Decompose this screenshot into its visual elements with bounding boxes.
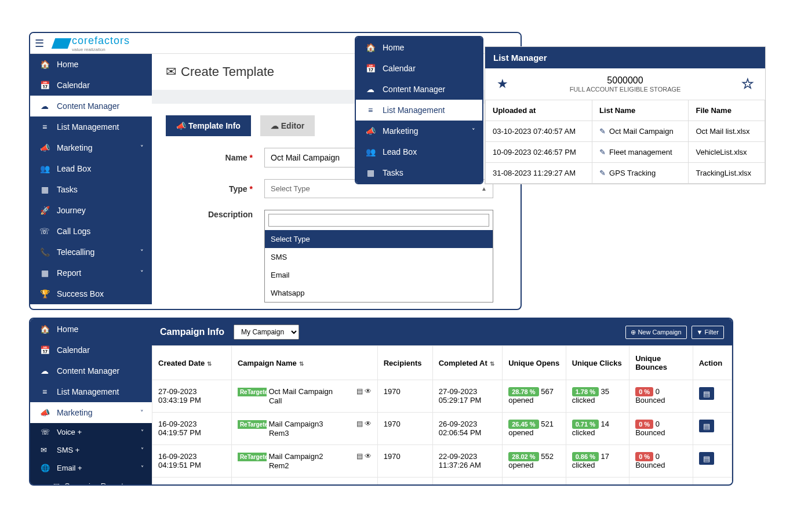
- sort-icon[interactable]: ⇅: [490, 360, 494, 367]
- mini-sidebar: 🏠Home📅Calendar☁Content Manager≡List Mana…: [356, 37, 483, 183]
- grid-icon: ▦: [364, 168, 377, 177]
- bullhorn-icon: 📣: [38, 408, 51, 417]
- menu-icon[interactable]: ☰: [35, 37, 49, 50]
- sidebar-sub-sms--[interactable]: ✉SMS +˅: [30, 441, 152, 459]
- col-listname: List Name: [592, 100, 689, 121]
- list-icon[interactable]: ▤: [356, 452, 363, 460]
- cloud-icon: ☁: [364, 85, 377, 94]
- list-icon[interactable]: ▤: [356, 387, 363, 395]
- sidebar-item-calendar[interactable]: 📅Calendar: [30, 75, 152, 96]
- campaign-table: Created Date⇅ Campaign Name⇅ Recipients …: [152, 345, 732, 486]
- bounce-badge: 0 %: [635, 387, 653, 396]
- globe-icon: 🌐: [41, 464, 52, 472]
- opens-badge: 26.45 %: [508, 420, 538, 429]
- sidebar-item-lead-box[interactable]: 👥Lead Box: [356, 141, 483, 162]
- clicks-badge: 0.86 %: [572, 452, 599, 461]
- sidebar-item-tasks[interactable]: ▦Tasks: [356, 162, 483, 183]
- table-row: 03-10-2023 07:40:57 AM✎Oct Mail Campaign…: [486, 121, 765, 142]
- edit-icon[interactable]: ✎: [599, 169, 606, 177]
- sidebar-item-telecalling[interactable]: 📞Telecalling˅: [30, 242, 152, 263]
- eye-icon[interactable]: 👁: [365, 484, 372, 486]
- caret-icon: ▲: [481, 185, 487, 192]
- sidebar-item-call-logs[interactable]: ☏Call Logs: [30, 221, 152, 242]
- table-row: 16-09-2023 04:19:57 PMReTargete Mail Cam…: [152, 413, 732, 445]
- grid-icon: ▦: [38, 185, 51, 194]
- sidebar-item-list-management[interactable]: ≡List Management: [30, 116, 152, 137]
- table-row: 10-09-2023 02:46:57 PM✎Fleet managementV…: [486, 142, 765, 163]
- type-option-sms[interactable]: SMS: [265, 248, 493, 266]
- home-icon: 🏠: [38, 60, 51, 69]
- action-button[interactable]: ▤: [699, 452, 714, 465]
- edit-icon[interactable]: ✎: [599, 148, 606, 156]
- type-dropdown: Select TypeSMSEmailWhatsapp: [264, 210, 493, 303]
- cloud-icon: ☁: [38, 101, 51, 111]
- table-row: 31-08-2023 11:29:27 AM✎GPS TrackingTrack…: [486, 163, 765, 184]
- col-created[interactable]: Created Date: [158, 359, 205, 367]
- type-option-email[interactable]: Email: [265, 266, 493, 284]
- new-campaign-button[interactable]: ⊕ New Campaign: [625, 326, 686, 339]
- campaign-selector[interactable]: My Campaign: [234, 325, 299, 340]
- col-campaign-name[interactable]: Campaign Name: [238, 359, 297, 367]
- list-icon[interactable]: ▤: [356, 420, 363, 428]
- list-icon[interactable]: ▤: [356, 484, 363, 486]
- users-icon: 👥: [364, 147, 377, 156]
- chevron-down-icon: ˅: [141, 429, 144, 435]
- action-button[interactable]: ▤: [699, 387, 714, 400]
- filter-button[interactable]: ▼ Filter: [692, 326, 724, 339]
- sidebar-item-home[interactable]: 🏠Home: [30, 319, 152, 340]
- home-icon: 🏠: [364, 43, 377, 52]
- sidebar-item-marketing[interactable]: 📣Marketing˅: [30, 402, 152, 423]
- sidebar-item-marketing[interactable]: 📣Marketing˅: [30, 137, 152, 158]
- sidebar-item-journey[interactable]: 🚀Journey: [30, 200, 152, 221]
- sidebar-sub-email--[interactable]: 🌐Email +˅: [30, 459, 152, 477]
- sidebar-item-content-manager[interactable]: ☁Content Manager: [30, 360, 152, 381]
- sidebar-item-marketing[interactable]: 📣Marketing˅: [356, 121, 483, 141]
- sidebar-subsub-campaign-report[interactable]: ✉Campaign Report: [30, 477, 152, 486]
- sidebar-item-content-manager[interactable]: ☁Content Manager: [30, 96, 152, 116]
- tab-template-info[interactable]: 📣 Template Info: [166, 115, 251, 136]
- phone-sq-icon: ☏: [38, 227, 51, 236]
- sidebar-item-lead-box[interactable]: 👥Lead Box: [30, 158, 152, 179]
- sidebar-item-calendar[interactable]: 📅Calendar: [356, 58, 483, 79]
- type-dropdown-search[interactable]: [268, 214, 489, 227]
- description-label: Description: [208, 210, 253, 219]
- phone-icon: 📞: [38, 247, 51, 257]
- star-filled-icon[interactable]: ★: [497, 76, 508, 92]
- sidebar-item-list-management[interactable]: ≡List Management: [356, 100, 483, 121]
- col-completed[interactable]: Completed At: [439, 359, 487, 367]
- edit-icon[interactable]: ✎: [599, 127, 606, 136]
- sidebar-item-list-management[interactable]: ≡List Management: [30, 381, 152, 402]
- eye-icon[interactable]: 👁: [365, 387, 372, 395]
- sidebar: 🏠Home📅Calendar☁Content Manager≡List Mana…: [30, 319, 152, 486]
- action-button[interactable]: ▤: [699, 484, 714, 486]
- chevron-down-icon: ˅: [140, 409, 144, 417]
- star-outline-icon[interactable]: ★: [742, 76, 754, 92]
- envelope-icon: ✉: [166, 64, 176, 79]
- retarget-tag: ReTargete: [238, 485, 267, 486]
- list-icon: ≡: [38, 387, 51, 396]
- eye-icon[interactable]: 👁: [365, 452, 372, 460]
- sidebar-item-home[interactable]: 🏠Home: [30, 54, 152, 75]
- opens-badge: 28.02 %: [508, 452, 538, 461]
- sort-icon[interactable]: ⇅: [207, 360, 212, 367]
- table-row: 16-09-2023 04:19:40ReTargete GPS Tracker…: [152, 478, 732, 486]
- bullhorn-icon: 📣: [364, 126, 377, 136]
- opens-badge: 29.19 %: [508, 484, 538, 486]
- sort-icon[interactable]: ⇅: [299, 360, 304, 367]
- sidebar-sub-voice--[interactable]: ☏Voice +˅: [30, 423, 152, 441]
- sidebar-item-report[interactable]: ▦Report˅: [30, 263, 152, 283]
- sidebar-item-home[interactable]: 🏠Home: [356, 37, 483, 58]
- bounce-badge: 0 %: [635, 420, 653, 429]
- list-icon: ≡: [38, 122, 51, 132]
- action-button[interactable]: ▤: [699, 420, 714, 432]
- sidebar-item-success-box[interactable]: 🏆Success Box: [30, 283, 152, 304]
- tab-editor[interactable]: ☁ Editor: [260, 115, 315, 136]
- col-filename: File Name: [689, 100, 765, 121]
- bounce-badge: 0 %: [635, 484, 653, 486]
- type-option-select-type[interactable]: Select Type: [265, 230, 493, 248]
- sidebar-item-calendar[interactable]: 📅Calendar: [30, 340, 152, 360]
- type-option-whatsapp[interactable]: Whatsapp: [265, 284, 493, 302]
- sidebar-item-tasks[interactable]: ▦Tasks: [30, 179, 152, 200]
- eye-icon[interactable]: 👁: [365, 420, 372, 428]
- sidebar-item-content-manager[interactable]: ☁Content Manager: [356, 79, 483, 100]
